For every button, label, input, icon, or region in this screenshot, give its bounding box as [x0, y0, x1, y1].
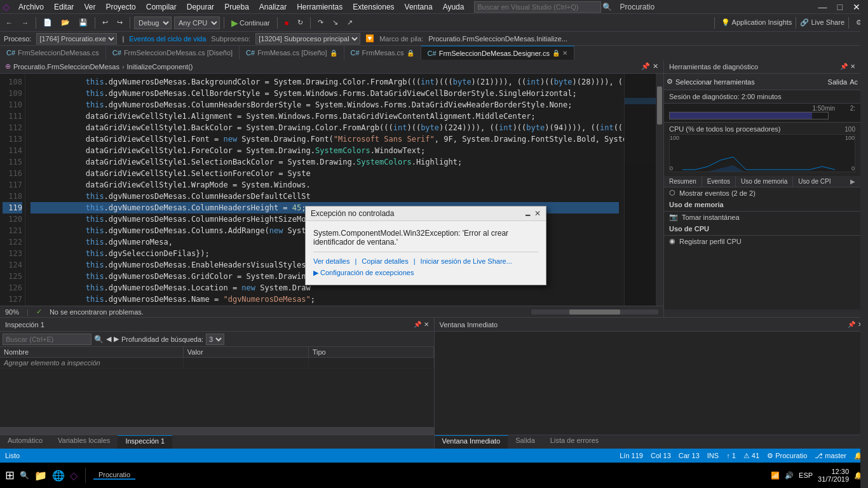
events-row[interactable]: ⬡ Mostrar eventos (2 de 2) [664, 187, 860, 198]
inspection-toolbar: 🔍 ◀ ▶ Profundidad de búsqueda: 3 [0, 332, 434, 347]
link-ver-detalles[interactable]: Ver detalles [313, 257, 349, 265]
window-title: Procuratio [620, 3, 654, 11]
menu-archivo[interactable]: Archivo [13, 1, 49, 13]
redo-button[interactable]: ↪ [114, 17, 126, 29]
link-copiar-detalles[interactable]: Copiar detalles [362, 257, 408, 265]
tab-salida[interactable]: Salida [508, 435, 543, 449]
restart-button[interactable]: ↻ [294, 17, 306, 29]
cpu-config-select[interactable]: Any CPU [174, 17, 220, 29]
undo-button[interactable]: ↩ [99, 17, 111, 29]
inspection-search-input[interactable] [3, 334, 92, 345]
expand-icon[interactable]: ▶ [845, 176, 860, 187]
tab-eventos[interactable]: Eventos [702, 176, 736, 187]
taskbar-files[interactable]: 📁 [34, 470, 47, 482]
output-label[interactable]: Salida [828, 78, 848, 86]
lang-indicator[interactable]: ESP [799, 471, 813, 479]
forward-button[interactable]: → [18, 17, 32, 29]
process-select[interactable]: [1764] Procuratio.exe [36, 33, 117, 44]
tab-errores[interactable]: Lista de errores [543, 435, 606, 449]
back-button[interactable]: ← [3, 17, 16, 29]
inspection-hscroll[interactable] [0, 427, 434, 435]
start-button[interactable]: ⊞ [5, 468, 15, 482]
tab-inspeccion[interactable]: Inspección 1 [118, 435, 172, 449]
tab-frmmesas-design[interactable]: C# FrmMesas.cs [Diseño] 🔒 [240, 46, 344, 60]
cpu-record-row[interactable]: ◉ Registrar perfil CPU [664, 236, 860, 247]
tab-label: FrmMesas.cs [362, 49, 404, 57]
tab-cpu[interactable]: Uso de CPI [793, 176, 836, 187]
taskbar-app[interactable]: Procuratio [93, 471, 135, 480]
proceso-label: Proceso: [4, 35, 31, 43]
pin-inspection-button[interactable]: 📌 [414, 321, 421, 328]
maximize-button[interactable]: □ [832, 2, 848, 12]
exception-config-link[interactable]: ▶ Configuración de excepciones [313, 269, 538, 277]
pin-immediate-button[interactable]: 📌 [848, 321, 855, 328]
menu-prueba[interactable]: Prueba [219, 1, 254, 13]
subproceso-select[interactable]: [13204] Subproceso principal [255, 33, 360, 44]
camera-icon: 📷 [669, 213, 678, 221]
error-dialog[interactable]: Excepción no controlada 🗕 ✕ System.Compo… [305, 206, 546, 285]
tab-memoria[interactable]: Uso de memoria [736, 176, 793, 187]
menu-extensiones[interactable]: Extensiones [348, 1, 399, 13]
taskbar-search-icon[interactable]: 🔍 [20, 471, 29, 480]
right-panel-scrollbar[interactable] [664, 309, 860, 317]
global-search-input[interactable] [474, 1, 601, 13]
tab-frmmesas[interactable]: C# FrmMesas.cs 🔒 [344, 46, 421, 60]
back-search-button[interactable]: ◀ [106, 335, 111, 343]
session-info: Sesión de diagnóstico: 2:00 minutos [664, 90, 860, 104]
tab-automatico[interactable]: Automático [0, 435, 50, 449]
taskbar-vs[interactable]: ◇ [70, 470, 78, 482]
dialog-minimize-button[interactable]: 🗕 [524, 209, 532, 218]
save-button[interactable]: 💾 [76, 17, 91, 29]
dialog-close-button[interactable]: ✕ [534, 209, 541, 218]
tab-variables[interactable]: Variables locales [50, 435, 118, 449]
close-icon[interactable]: ✕ [562, 50, 567, 57]
select-tools-label[interactable]: Seleccionar herramientas [675, 78, 755, 86]
menu-analizar[interactable]: Analizar [254, 1, 292, 13]
pin-panel-button[interactable]: 📌 [840, 63, 848, 70]
menu-depurar[interactable]: Depurar [182, 1, 219, 13]
close-editor-button[interactable]: ✕ [653, 62, 658, 71]
events-icon: ⬡ [669, 189, 675, 197]
taskbar: ⊞ 🔍 📁 🌐 ◇ Procuratio 📶 🔊 ESP 12:30 31/7/… [0, 463, 868, 488]
close-panel-button[interactable]: ✕ [850, 63, 855, 70]
tab-frmseleccion[interactable]: C# FrmSeleccionDeMesas.cs [0, 46, 106, 60]
tab-frmseleccion-design[interactable]: C# FrmSeleccionDeMesas.cs [Diseño] [106, 46, 240, 60]
taskbar-browser[interactable]: 🌐 [52, 470, 65, 482]
menu-editar[interactable]: Editar [49, 1, 79, 13]
code-minimap[interactable] [624, 74, 656, 306]
tab-resumen[interactable]: Resumen [664, 176, 702, 187]
stop-button[interactable]: ■ [281, 17, 292, 29]
tab-frmseleccion-designer[interactable]: C# FrmSeleccionDeMesas.Designer.cs 🔒 ✕ [421, 46, 574, 60]
immediate-content[interactable] [435, 332, 869, 435]
menu-ayuda[interactable]: Ayuda [438, 1, 470, 13]
project-indicator[interactable]: ⚙ Procuratio [767, 452, 807, 460]
cell-valor [184, 358, 309, 368]
pin-editor-button[interactable]: 📌 [641, 62, 650, 71]
depth-select[interactable]: 3 [206, 334, 224, 345]
live-share-label[interactable]: 🔗 Live Share [800, 18, 844, 27]
debug-config-select[interactable]: Debug [134, 17, 172, 29]
menu-compilar[interactable]: Compilar [141, 1, 182, 13]
tab-inmediato[interactable]: Ventana Inmediato [435, 435, 508, 449]
errors-indicator[interactable]: ⚠ 41 [743, 452, 759, 460]
step-out-button[interactable]: ↗ [344, 17, 356, 29]
link-live-share[interactable]: Iniciar sesión de Live Share... [421, 257, 512, 265]
immediate-vscroll[interactable] [860, 0, 868, 488]
git-indicator[interactable]: ⎇ master [815, 452, 846, 460]
fwd-search-button[interactable]: ▶ [114, 335, 119, 343]
menu-ventana[interactable]: Ventana [400, 1, 438, 13]
vertical-scrollbar[interactable] [656, 74, 663, 306]
menu-herramientas[interactable]: Herramientas [292, 1, 348, 13]
cell-nombre: Agregar elemento a inspección [0, 358, 184, 368]
open-button[interactable]: 📂 [58, 17, 73, 29]
menu-proyecto[interactable]: Proyecto [100, 1, 140, 13]
close-inspection-button[interactable]: ✕ [424, 321, 429, 328]
minimize-button[interactable]: — [813, 2, 832, 12]
step-over-button[interactable]: ↷ [315, 17, 327, 29]
new-file-button[interactable]: 📄 [40, 17, 55, 29]
menu-ver[interactable]: Ver [79, 1, 100, 13]
snapshot-row[interactable]: 📷 Tomar instantánea [664, 212, 860, 222]
horizontal-scrollbar[interactable] [531, 309, 658, 315]
step-in-button[interactable]: ↘ [329, 17, 341, 29]
play-button[interactable]: ▶ Continuar [228, 16, 273, 30]
